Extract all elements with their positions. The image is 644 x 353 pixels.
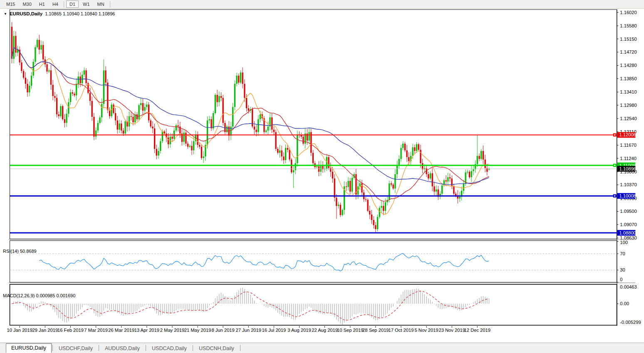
timeframe-button-h1[interactable]: H1 bbox=[36, 0, 48, 8]
svg-text:29 Jan 2019: 29 Jan 2019 bbox=[32, 328, 58, 333]
timeframe-toolbar: M15M30H1H4D1W1MN bbox=[0, 0, 644, 9]
toolbar-separator bbox=[64, 1, 64, 7]
svg-text:1.10008: 1.10008 bbox=[619, 193, 636, 198]
svg-text:1.11240: 1.11240 bbox=[620, 156, 637, 161]
timeframe-button-mn[interactable]: MN bbox=[94, 0, 108, 8]
toolbar-separator bbox=[110, 1, 110, 7]
svg-text:1.16020: 1.16020 bbox=[620, 10, 637, 15]
chart-tab-usdcad[interactable]: USDCAD,Daily bbox=[147, 344, 192, 353]
svg-text:1.14280: 1.14280 bbox=[620, 63, 637, 68]
svg-text:0.00463: 0.00463 bbox=[620, 284, 637, 289]
chart-tab-audusd[interactable]: AUDUSD,Daily bbox=[100, 344, 145, 353]
timeframe-button-m15[interactable]: M15 bbox=[3, 0, 18, 8]
svg-text:1.10896: 1.10896 bbox=[619, 166, 636, 171]
timeframe-button-w1[interactable]: W1 bbox=[79, 0, 93, 8]
svg-text:1.09070: 1.09070 bbox=[620, 222, 637, 227]
chart-tab-usdcnh[interactable]: USDCNH,Daily bbox=[194, 344, 239, 353]
tab-separator bbox=[146, 345, 146, 351]
svg-text:1.13410: 1.13410 bbox=[620, 89, 637, 94]
chart-ohlc-values: 1.10865 1.10940 1.10840 1.10896 bbox=[45, 11, 115, 16]
svg-text:22 Aug 2019: 22 Aug 2019 bbox=[312, 328, 338, 333]
svg-text:2 May 2019: 2 May 2019 bbox=[160, 328, 184, 333]
tab-separator bbox=[52, 345, 53, 351]
timeframe-button-h4[interactable]: H4 bbox=[49, 0, 62, 8]
svg-text:28 Sep 2019: 28 Sep 2019 bbox=[362, 328, 389, 333]
svg-text:1.13850: 1.13850 bbox=[620, 76, 637, 81]
tab-separator bbox=[99, 345, 99, 351]
timeframe-button-m30[interactable]: M30 bbox=[19, 0, 35, 8]
svg-text:70: 70 bbox=[620, 251, 625, 256]
svg-text:1.09500: 1.09500 bbox=[620, 209, 637, 214]
svg-text:16 Feb 2019: 16 Feb 2019 bbox=[57, 328, 84, 333]
svg-text:1.14720: 1.14720 bbox=[620, 49, 637, 54]
price-chart-canvas[interactable]: 1.160201.155801.151501.147201.142801.138… bbox=[0, 9, 644, 343]
terminal-window: M15M30H1H4D1W1MN 1.160201.155801.151501.… bbox=[0, 0, 644, 353]
svg-text:1.15150: 1.15150 bbox=[620, 37, 637, 42]
svg-text:3 Aug 2019: 3 Aug 2019 bbox=[287, 328, 311, 333]
svg-text:10 Sep 2019: 10 Sep 2019 bbox=[337, 328, 363, 333]
svg-text:23 Nov 2019: 23 Nov 2019 bbox=[439, 328, 465, 333]
svg-text:1.08800: 1.08800 bbox=[619, 230, 636, 235]
svg-text:12 Dec 2019: 12 Dec 2019 bbox=[464, 328, 490, 333]
svg-text:1.12006: 1.12006 bbox=[619, 132, 636, 137]
chart-tab-bar: EURUSD,DailyUSDCHF,DailyAUDUSD,DailyUSDC… bbox=[0, 343, 644, 353]
macd-indicator-label: MACD(12,26,9) 0.000985 0.001690 bbox=[3, 293, 75, 298]
chart-tab-usdchf[interactable]: USDCHF,Daily bbox=[54, 344, 98, 353]
svg-text:1.15580: 1.15580 bbox=[620, 23, 637, 28]
tab-separator bbox=[193, 345, 193, 351]
svg-text:5 Nov 2019: 5 Nov 2019 bbox=[414, 328, 438, 333]
svg-text:-0.005299: -0.005299 bbox=[620, 320, 641, 325]
timeframe-button-d1[interactable]: D1 bbox=[66, 0, 79, 8]
svg-text:21 May 2019: 21 May 2019 bbox=[184, 328, 211, 333]
svg-text:8 Jun 2019: 8 Jun 2019 bbox=[211, 328, 234, 333]
svg-text:13 Apr 2019: 13 Apr 2019 bbox=[134, 328, 159, 333]
svg-text:10 Jan 2019: 10 Jan 2019 bbox=[7, 328, 32, 333]
svg-text:1.11670: 1.11670 bbox=[620, 143, 637, 148]
svg-text:1.12540: 1.12540 bbox=[620, 116, 637, 121]
svg-text:27 Jun 2019: 27 Jun 2019 bbox=[235, 328, 261, 333]
svg-text:17 Oct 2019: 17 Oct 2019 bbox=[389, 328, 414, 333]
svg-text:26 Mar 2019: 26 Mar 2019 bbox=[108, 328, 134, 333]
svg-text:1.12980: 1.12980 bbox=[620, 103, 637, 108]
chart-title: ▼ EURUSD,Daily 1.10865 1.10940 1.10840 1… bbox=[4, 11, 115, 16]
chart-symbol-label: EURUSD,Daily bbox=[10, 11, 42, 16]
svg-text:0: 0 bbox=[620, 277, 622, 282]
rsi-indicator-label: RSI(14) 50.8689 bbox=[3, 249, 37, 254]
svg-text:1.10370: 1.10370 bbox=[620, 183, 637, 188]
svg-text:0.00: 0.00 bbox=[620, 301, 629, 306]
svg-text:100: 100 bbox=[620, 240, 628, 245]
symbol-dropdown-icon[interactable]: ▼ bbox=[4, 12, 7, 16]
svg-text:16 Jul 2019: 16 Jul 2019 bbox=[262, 328, 286, 333]
tab-separator bbox=[240, 345, 240, 351]
svg-text:30: 30 bbox=[620, 267, 625, 272]
chart-tab-eurusd[interactable]: EURUSD,Daily bbox=[6, 343, 52, 353]
svg-text:7 Mar 2019: 7 Mar 2019 bbox=[84, 328, 108, 333]
